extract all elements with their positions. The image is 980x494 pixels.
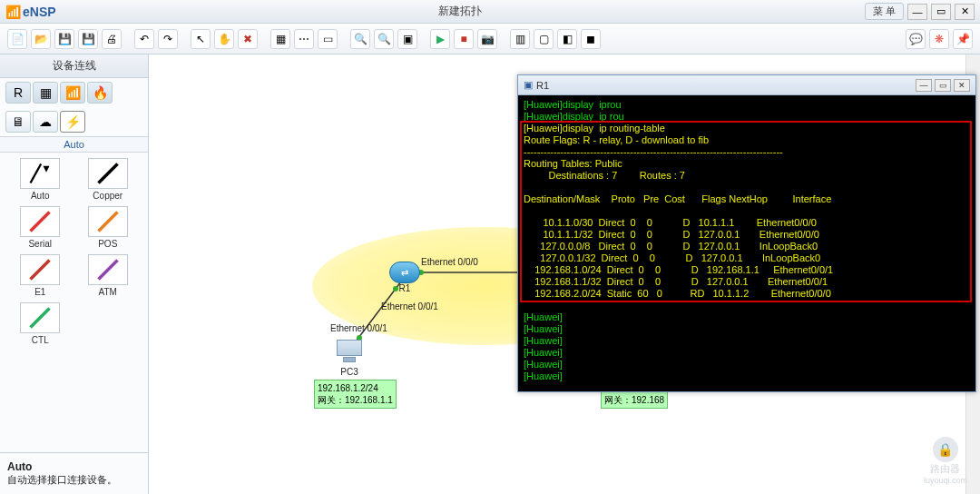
terminal-title: R1	[536, 80, 549, 91]
device-pc-icon[interactable]: 🖥	[5, 111, 31, 133]
link-types: Auto Copper Serial POS E1 ATM CTL	[0, 153, 148, 351]
label-e001-r1: Ethernet 0/0/1	[381, 301, 438, 311]
stop-icon[interactable]: ■	[454, 29, 474, 49]
label-e001-pc3: Ethernet 0/0/1	[330, 323, 387, 333]
window-title: 新建拓扑	[56, 4, 865, 19]
pc3-ip-box: 192.168.1.2/24 网关：192.168.1.1	[314, 380, 397, 409]
delete-icon[interactable]: ✖	[238, 29, 258, 49]
minimize-button[interactable]: —	[907, 4, 927, 20]
device-link-icon[interactable]: ⚡	[60, 111, 85, 133]
terminal-icon: ▣	[524, 79, 533, 91]
pan-icon[interactable]: ✋	[214, 29, 234, 49]
link-atm[interactable]: ATM	[77, 254, 140, 297]
label-e000-r1: Ethernet 0/0/0	[421, 257, 478, 267]
link-serial[interactable]: Serial	[9, 206, 72, 249]
term-min-button[interactable]: —	[916, 79, 932, 92]
main-toolbar: 📄 📂 💾 💾 🖨 ↶ ↷ ↖ ✋ ✖ ▦ ⋯ ▭ 🔍 🔍 ▣ ▶ ■ 📷 ▥ …	[0, 24, 980, 54]
tool1-icon[interactable]: ▦	[270, 29, 290, 49]
device-router-icon[interactable]: R	[5, 82, 31, 104]
help-icon[interactable]: 💬	[906, 29, 926, 49]
pin-icon[interactable]: 📌	[953, 29, 973, 49]
node-pc3[interactable]: PC3	[334, 340, 365, 377]
terminal-window[interactable]: ▣ R1 — ▭ ✕ [Huawei]display iprou [Huawei…	[517, 74, 976, 392]
footer-heading: Auto	[7, 460, 32, 473]
term-max-button[interactable]: ▭	[935, 79, 951, 92]
close-button[interactable]: ✕	[955, 4, 975, 20]
terminal-titlebar[interactable]: ▣ R1 — ▭ ✕	[518, 75, 975, 95]
tool6-icon[interactable]: ▢	[534, 29, 554, 49]
title-bar: 📶 eNSP 新建拓扑 菜 单 — ▭ ✕	[0, 0, 980, 24]
text-icon[interactable]: ⋯	[294, 29, 314, 49]
sidebar-title: 设备连线	[0, 54, 148, 78]
terminal-output: [Huawei]display iprou [Huawei]display ip…	[518, 95, 975, 391]
zoomin-icon[interactable]: 🔍	[350, 29, 370, 49]
tool8-icon[interactable]: ◼	[581, 29, 601, 49]
menu-button[interactable]: 菜 单	[865, 3, 904, 20]
link-copper[interactable]: Copper	[77, 158, 140, 201]
device-switch-icon[interactable]: ▦	[33, 82, 58, 104]
capture-icon[interactable]: 📷	[477, 29, 497, 49]
node-r1[interactable]: ⇄R1	[389, 262, 420, 293]
rect-icon[interactable]: ▭	[318, 29, 338, 49]
link-ctl[interactable]: CTL	[9, 302, 72, 345]
tool7-icon[interactable]: ◧	[557, 29, 577, 49]
fit-icon[interactable]: ▣	[397, 29, 417, 49]
start-icon[interactable]: ▶	[430, 29, 450, 49]
undo-icon[interactable]: ↶	[134, 29, 154, 49]
device-wlan-icon[interactable]: 📶	[60, 82, 85, 104]
new-icon[interactable]: 📄	[7, 29, 27, 49]
sidebar: 设备连线 R ▦ 📶 🔥 🖥 ☁ ⚡ Auto Auto Copper Seri…	[0, 54, 149, 494]
maximize-button[interactable]: ▭	[931, 4, 951, 20]
device-cloud-icon[interactable]: ☁	[33, 111, 58, 133]
pointer-icon[interactable]: ↖	[191, 29, 211, 49]
watermark: 🔒 路由器 luyouqi.com	[924, 437, 967, 485]
zoomout-icon[interactable]: 🔍	[374, 29, 394, 49]
print-icon[interactable]: 🖨	[102, 29, 122, 49]
link-auto[interactable]: Auto	[9, 158, 72, 201]
huawei-icon[interactable]: ❋	[929, 29, 949, 49]
open-icon[interactable]: 📂	[31, 29, 51, 49]
auto-tab[interactable]: Auto	[0, 136, 148, 153]
app-logo: 📶 eNSP	[5, 5, 56, 19]
app-name: eNSP	[23, 5, 56, 19]
sidebar-footer: Auto 自动选择接口连接设备。	[0, 452, 148, 494]
footer-text: 自动选择接口连接设备。	[7, 474, 117, 485]
link-pos[interactable]: POS	[77, 206, 140, 249]
save-icon[interactable]: 💾	[54, 29, 74, 49]
saveall-icon[interactable]: 💾	[78, 29, 98, 49]
redo-icon[interactable]: ↷	[158, 29, 178, 49]
device-firewall-icon[interactable]: 🔥	[87, 82, 113, 104]
tool5-icon[interactable]: ▥	[510, 29, 530, 49]
term-close-button[interactable]: ✕	[954, 79, 970, 92]
link-e1[interactable]: E1	[9, 254, 72, 297]
